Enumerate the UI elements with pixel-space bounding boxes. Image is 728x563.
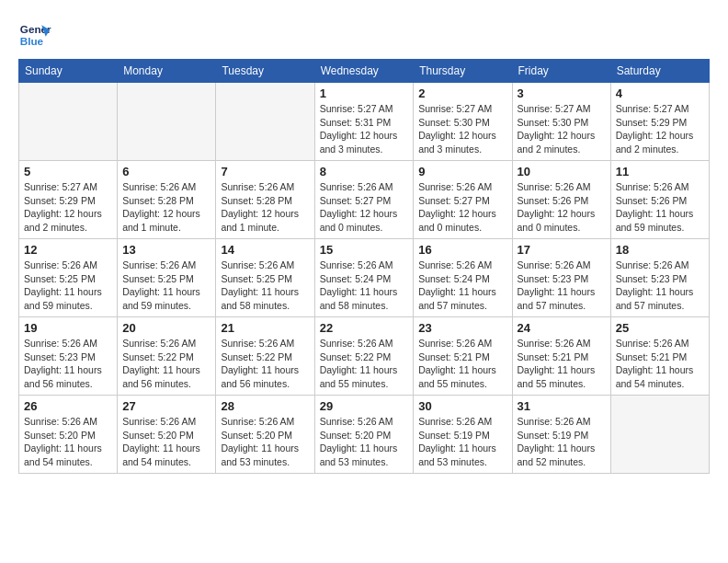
svg-text:Blue: Blue bbox=[20, 35, 44, 47]
day-number: 4 bbox=[616, 86, 704, 100]
week-row: 5Sunrise: 5:27 AM Sunset: 5:29 PM Daylig… bbox=[19, 161, 710, 239]
day-number: 22 bbox=[320, 321, 409, 335]
day-number: 6 bbox=[122, 165, 210, 178]
day-info: Sunrise: 5:27 AM Sunset: 5:29 PM Dayligh… bbox=[616, 102, 704, 156]
calendar-cell: 23Sunrise: 5:26 AM Sunset: 5:21 PM Dayli… bbox=[414, 317, 512, 396]
calendar-cell bbox=[19, 83, 118, 161]
weekday-header: Monday bbox=[118, 60, 216, 83]
calendar-cell: 16Sunrise: 5:26 AM Sunset: 5:24 PM Dayli… bbox=[414, 239, 512, 317]
day-number: 25 bbox=[616, 321, 704, 335]
calendar-cell: 1Sunrise: 5:27 AM Sunset: 5:31 PM Daylig… bbox=[314, 83, 414, 161]
calendar-cell: 5Sunrise: 5:27 AM Sunset: 5:29 PM Daylig… bbox=[19, 161, 118, 239]
day-info: Sunrise: 5:26 AM Sunset: 5:25 PM Dayligh… bbox=[221, 259, 309, 313]
day-info: Sunrise: 5:26 AM Sunset: 5:27 PM Dayligh… bbox=[418, 180, 506, 235]
day-number: 9 bbox=[418, 165, 506, 178]
calendar-cell: 28Sunrise: 5:26 AM Sunset: 5:20 PM Dayli… bbox=[216, 396, 314, 474]
day-number: 5 bbox=[24, 165, 112, 178]
day-number: 17 bbox=[518, 243, 606, 257]
calendar-cell: 19Sunrise: 5:26 AM Sunset: 5:23 PM Dayli… bbox=[19, 317, 118, 396]
day-number: 20 bbox=[122, 321, 210, 335]
day-number: 18 bbox=[616, 243, 704, 257]
weekday-header: Sunday bbox=[19, 60, 118, 83]
day-info: Sunrise: 5:26 AM Sunset: 5:20 PM Dayligh… bbox=[320, 415, 409, 469]
day-number: 10 bbox=[518, 165, 606, 178]
day-number: 13 bbox=[122, 243, 210, 257]
day-number: 8 bbox=[320, 165, 409, 178]
day-info: Sunrise: 5:26 AM Sunset: 5:23 PM Dayligh… bbox=[24, 337, 112, 391]
weekday-header: Tuesday bbox=[216, 60, 314, 83]
day-number: 1 bbox=[320, 86, 409, 100]
calendar-cell: 18Sunrise: 5:26 AM Sunset: 5:23 PM Dayli… bbox=[610, 239, 709, 317]
logo: General Blue bbox=[18, 18, 51, 52]
day-info: Sunrise: 5:26 AM Sunset: 5:23 PM Dayligh… bbox=[616, 259, 704, 313]
calendar-cell: 27Sunrise: 5:26 AM Sunset: 5:20 PM Dayli… bbox=[118, 396, 216, 474]
weekday-header: Wednesday bbox=[314, 60, 414, 83]
calendar-cell: 8Sunrise: 5:26 AM Sunset: 5:27 PM Daylig… bbox=[314, 161, 414, 239]
calendar-cell: 12Sunrise: 5:26 AM Sunset: 5:25 PM Dayli… bbox=[19, 239, 118, 317]
header: General Blue bbox=[18, 18, 710, 52]
calendar-cell: 30Sunrise: 5:26 AM Sunset: 5:19 PM Dayli… bbox=[414, 396, 512, 474]
calendar-cell: 14Sunrise: 5:26 AM Sunset: 5:25 PM Dayli… bbox=[216, 239, 314, 317]
day-info: Sunrise: 5:26 AM Sunset: 5:25 PM Dayligh… bbox=[122, 259, 210, 313]
day-number: 19 bbox=[24, 321, 112, 335]
calendar-cell: 29Sunrise: 5:26 AM Sunset: 5:20 PM Dayli… bbox=[314, 396, 414, 474]
day-number: 3 bbox=[518, 86, 606, 100]
calendar-cell: 15Sunrise: 5:26 AM Sunset: 5:24 PM Dayli… bbox=[314, 239, 414, 317]
week-row: 19Sunrise: 5:26 AM Sunset: 5:23 PM Dayli… bbox=[19, 317, 710, 396]
day-info: Sunrise: 5:26 AM Sunset: 5:22 PM Dayligh… bbox=[320, 337, 409, 391]
day-info: Sunrise: 5:26 AM Sunset: 5:22 PM Dayligh… bbox=[221, 337, 309, 391]
calendar-cell: 11Sunrise: 5:26 AM Sunset: 5:26 PM Dayli… bbox=[610, 161, 709, 239]
calendar-cell: 25Sunrise: 5:26 AM Sunset: 5:21 PM Dayli… bbox=[610, 317, 709, 396]
day-number: 29 bbox=[320, 399, 409, 413]
day-number: 12 bbox=[24, 243, 112, 257]
day-number: 16 bbox=[418, 243, 506, 257]
day-number: 7 bbox=[221, 165, 309, 178]
day-info: Sunrise: 5:26 AM Sunset: 5:28 PM Dayligh… bbox=[122, 180, 210, 235]
day-number: 11 bbox=[616, 165, 704, 178]
calendar-cell: 6Sunrise: 5:26 AM Sunset: 5:28 PM Daylig… bbox=[118, 161, 216, 239]
day-info: Sunrise: 5:26 AM Sunset: 5:21 PM Dayligh… bbox=[518, 337, 606, 391]
day-number: 2 bbox=[418, 86, 506, 100]
weekday-header: Thursday bbox=[414, 60, 512, 83]
calendar-cell: 20Sunrise: 5:26 AM Sunset: 5:22 PM Dayli… bbox=[118, 317, 216, 396]
day-number: 23 bbox=[418, 321, 506, 335]
day-info: Sunrise: 5:26 AM Sunset: 5:24 PM Dayligh… bbox=[418, 259, 506, 313]
day-number: 28 bbox=[221, 399, 309, 413]
day-info: Sunrise: 5:26 AM Sunset: 5:20 PM Dayligh… bbox=[221, 415, 309, 469]
week-row: 1Sunrise: 5:27 AM Sunset: 5:31 PM Daylig… bbox=[19, 83, 710, 161]
day-number: 15 bbox=[320, 243, 409, 257]
day-info: Sunrise: 5:26 AM Sunset: 5:23 PM Dayligh… bbox=[518, 259, 606, 313]
day-number: 21 bbox=[221, 321, 309, 335]
calendar-cell: 9Sunrise: 5:26 AM Sunset: 5:27 PM Daylig… bbox=[414, 161, 512, 239]
calendar-cell bbox=[118, 83, 216, 161]
calendar-cell: 3Sunrise: 5:27 AM Sunset: 5:30 PM Daylig… bbox=[512, 83, 610, 161]
day-number: 31 bbox=[518, 399, 606, 413]
day-info: Sunrise: 5:26 AM Sunset: 5:26 PM Dayligh… bbox=[616, 180, 704, 235]
day-info: Sunrise: 5:26 AM Sunset: 5:26 PM Dayligh… bbox=[518, 180, 606, 235]
day-number: 24 bbox=[518, 321, 606, 335]
week-row: 12Sunrise: 5:26 AM Sunset: 5:25 PM Dayli… bbox=[19, 239, 710, 317]
weekday-header: Saturday bbox=[610, 60, 709, 83]
day-info: Sunrise: 5:27 AM Sunset: 5:31 PM Dayligh… bbox=[320, 102, 409, 156]
day-info: Sunrise: 5:26 AM Sunset: 5:24 PM Dayligh… bbox=[320, 259, 409, 313]
day-info: Sunrise: 5:27 AM Sunset: 5:30 PM Dayligh… bbox=[418, 102, 506, 156]
day-info: Sunrise: 5:26 AM Sunset: 5:25 PM Dayligh… bbox=[24, 259, 112, 313]
weekday-header: Friday bbox=[512, 60, 610, 83]
logo-icon: General Blue bbox=[18, 18, 51, 52]
calendar-cell: 22Sunrise: 5:26 AM Sunset: 5:22 PM Dayli… bbox=[314, 317, 414, 396]
calendar: SundayMondayTuesdayWednesdayThursdayFrid… bbox=[18, 59, 710, 474]
week-row: 26Sunrise: 5:26 AM Sunset: 5:20 PM Dayli… bbox=[19, 396, 710, 474]
day-info: Sunrise: 5:27 AM Sunset: 5:30 PM Dayligh… bbox=[518, 102, 606, 156]
weekday-header-row: SundayMondayTuesdayWednesdayThursdayFrid… bbox=[19, 60, 710, 83]
day-info: Sunrise: 5:26 AM Sunset: 5:28 PM Dayligh… bbox=[221, 180, 309, 235]
calendar-cell: 4Sunrise: 5:27 AM Sunset: 5:29 PM Daylig… bbox=[610, 83, 709, 161]
day-info: Sunrise: 5:26 AM Sunset: 5:20 PM Dayligh… bbox=[122, 415, 210, 469]
day-number: 27 bbox=[122, 399, 210, 413]
day-info: Sunrise: 5:26 AM Sunset: 5:21 PM Dayligh… bbox=[616, 337, 704, 391]
day-info: Sunrise: 5:26 AM Sunset: 5:21 PM Dayligh… bbox=[418, 337, 506, 391]
calendar-cell: 21Sunrise: 5:26 AM Sunset: 5:22 PM Dayli… bbox=[216, 317, 314, 396]
day-info: Sunrise: 5:26 AM Sunset: 5:22 PM Dayligh… bbox=[122, 337, 210, 391]
day-info: Sunrise: 5:26 AM Sunset: 5:20 PM Dayligh… bbox=[24, 415, 112, 469]
calendar-cell: 17Sunrise: 5:26 AM Sunset: 5:23 PM Dayli… bbox=[512, 239, 610, 317]
calendar-cell bbox=[610, 396, 709, 474]
